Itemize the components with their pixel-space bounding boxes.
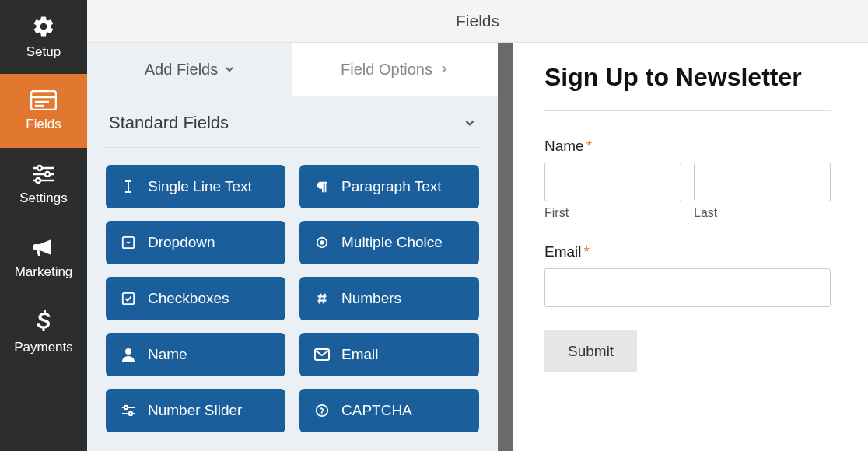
field-label: CAPTCHA bbox=[341, 402, 412, 419]
svg-point-5 bbox=[37, 166, 42, 170]
sidebar-item-fields[interactable]: Fields bbox=[0, 74, 87, 148]
form-title: Sign Up to Newsletter bbox=[544, 63, 831, 92]
field-label: Name bbox=[148, 346, 187, 363]
svg-point-19 bbox=[129, 412, 132, 415]
field-label: Email bbox=[341, 346, 379, 363]
field-numbers[interactable]: Numbers bbox=[299, 277, 479, 320]
last-name-input[interactable] bbox=[694, 163, 831, 201]
hash-icon bbox=[313, 290, 331, 307]
slider-icon bbox=[120, 402, 137, 419]
svg-point-14 bbox=[125, 348, 131, 355]
caret-square-icon bbox=[120, 234, 137, 251]
field-single-line-text[interactable]: Single Line Text bbox=[106, 165, 285, 208]
svg-point-21 bbox=[321, 414, 323, 415]
gear-icon bbox=[32, 15, 55, 38]
section-standard-fields[interactable]: Standard Fields bbox=[106, 96, 479, 148]
field-label: Single Line Text bbox=[148, 178, 252, 195]
name-field-group[interactable]: Name* First Last bbox=[544, 138, 831, 220]
envelope-icon bbox=[313, 346, 331, 363]
sidebar: Setup Fields Settings Marketing Payments bbox=[0, 0, 87, 451]
svg-point-9 bbox=[36, 178, 40, 183]
field-multiple-choice[interactable]: Multiple Choice bbox=[299, 221, 479, 264]
sidebar-item-payments[interactable]: Payments bbox=[0, 295, 87, 369]
svg-point-12 bbox=[320, 240, 324, 244]
paragraph-icon bbox=[313, 178, 331, 195]
field-label: Numbers bbox=[341, 290, 401, 307]
bullhorn-icon bbox=[32, 238, 55, 258]
field-grid: Single Line Text Paragraph Text Dropdown bbox=[106, 165, 479, 432]
panel-divider bbox=[498, 43, 513, 451]
fields-panel: Add Fields Field Options Standar bbox=[87, 43, 498, 451]
field-label: Checkboxes bbox=[148, 290, 229, 307]
sidebar-item-settings[interactable]: Settings bbox=[0, 148, 87, 222]
tab-add-fields[interactable]: Add Fields bbox=[87, 43, 292, 96]
radio-icon bbox=[313, 234, 331, 251]
last-sublabel: Last bbox=[694, 206, 831, 220]
topbar-title: Fields bbox=[456, 12, 499, 30]
section-title: Standard Fields bbox=[109, 113, 229, 133]
field-label: Number Slider bbox=[148, 402, 242, 419]
svg-point-7 bbox=[45, 172, 50, 177]
name-label: Name* bbox=[544, 138, 831, 155]
topbar: Fields bbox=[87, 0, 868, 43]
email-label: Email* bbox=[544, 243, 831, 260]
first-name-input[interactable] bbox=[544, 163, 681, 201]
sidebar-label: Marketing bbox=[15, 264, 73, 280]
panel-tabs: Add Fields Field Options bbox=[87, 43, 498, 96]
submit-button[interactable]: Submit bbox=[544, 330, 637, 372]
field-label: Dropdown bbox=[148, 234, 215, 251]
divider bbox=[544, 110, 831, 111]
chevron-down-icon bbox=[464, 117, 476, 129]
field-label: Multiple Choice bbox=[341, 234, 443, 251]
field-label: Paragraph Text bbox=[341, 178, 442, 195]
question-circle-icon bbox=[313, 402, 331, 419]
panel-body[interactable]: Standard Fields Single Line Text Paragra bbox=[87, 96, 498, 451]
svg-rect-0 bbox=[31, 91, 56, 110]
field-checkboxes[interactable]: Checkboxes bbox=[106, 277, 285, 320]
dollar-icon bbox=[37, 310, 51, 334]
label-text: Email bbox=[544, 243, 582, 260]
first-sublabel: First bbox=[544, 206, 681, 220]
tab-field-options[interactable]: Field Options bbox=[292, 43, 498, 96]
chevron-down-icon bbox=[224, 64, 235, 75]
tab-label: Field Options bbox=[341, 61, 432, 79]
email-input[interactable] bbox=[544, 268, 831, 307]
sidebar-label: Payments bbox=[14, 340, 73, 355]
text-cursor-icon bbox=[120, 178, 137, 195]
svg-rect-13 bbox=[123, 293, 134, 304]
required-marker: * bbox=[586, 138, 592, 154]
label-text: Name bbox=[544, 138, 584, 154]
sidebar-item-setup[interactable]: Setup bbox=[0, 0, 87, 74]
field-captcha[interactable]: CAPTCHA bbox=[299, 389, 479, 432]
field-name[interactable]: Name bbox=[106, 333, 285, 376]
sidebar-item-marketing[interactable]: Marketing bbox=[0, 222, 87, 295]
checkbox-icon bbox=[120, 290, 137, 307]
sidebar-label: Setup bbox=[26, 44, 61, 60]
chevron-right-icon bbox=[439, 64, 450, 75]
form-preview: Sign Up to Newsletter Name* First Last bbox=[513, 43, 868, 451]
field-email[interactable]: Email bbox=[299, 333, 479, 376]
sidebar-label: Settings bbox=[19, 191, 67, 206]
tab-label: Add Fields bbox=[145, 61, 219, 79]
sidebar-label: Fields bbox=[26, 117, 61, 132]
required-marker: * bbox=[584, 243, 590, 260]
person-icon bbox=[120, 346, 137, 363]
fields-icon bbox=[30, 90, 57, 110]
svg-point-17 bbox=[124, 406, 128, 409]
sliders-icon bbox=[32, 164, 55, 184]
email-field-group[interactable]: Email* bbox=[544, 243, 831, 307]
field-paragraph-text[interactable]: Paragraph Text bbox=[299, 165, 479, 208]
field-number-slider[interactable]: Number Slider bbox=[106, 389, 285, 432]
field-dropdown[interactable]: Dropdown bbox=[106, 221, 285, 264]
